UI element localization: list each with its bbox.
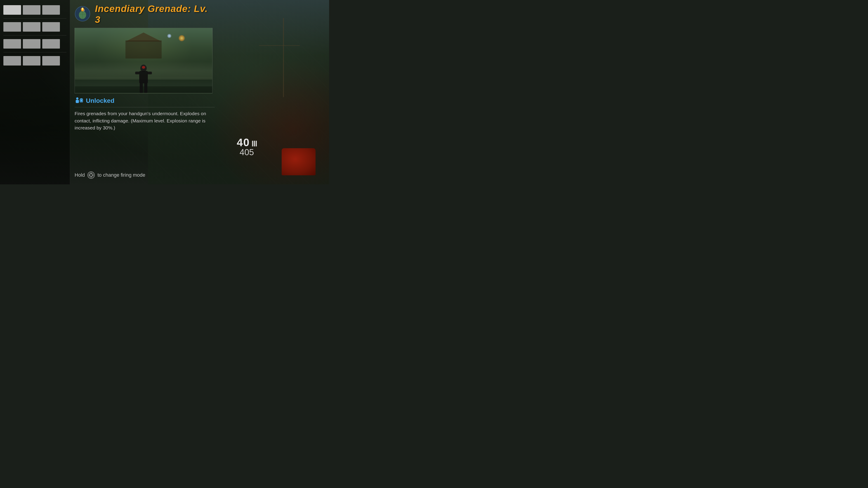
weapon-slot-4-1[interactable] — [3, 56, 21, 66]
structural-pillar — [283, 18, 284, 97]
hint-suffix: to change firing mode — [97, 172, 145, 178]
svg-rect-21 — [81, 99, 82, 102]
unlocked-icon — [74, 97, 84, 105]
svg-rect-12 — [135, 72, 140, 74]
explosion-effect — [178, 35, 185, 41]
weapon-slot-4-2[interactable] — [23, 56, 40, 66]
status-label: Unlocked — [86, 97, 114, 104]
person-unlock-svg — [74, 97, 84, 105]
weapon-slot-2-3[interactable] — [42, 22, 60, 32]
divider-1 — [3, 18, 66, 19]
weapon-object — [282, 148, 315, 175]
item-description: Fires grenades from your handgun's under… — [74, 110, 215, 131]
svg-rect-13 — [147, 72, 152, 74]
ammo-bar-1 — [252, 141, 253, 147]
ammo-display: 40 405 — [237, 136, 257, 157]
temple-roof — [121, 33, 166, 41]
preview-image — [74, 28, 213, 93]
divider-3 — [3, 52, 66, 53]
structural-beam — [259, 45, 300, 46]
ammo-main-count: 40 — [237, 136, 250, 149]
svg-rect-14 — [140, 83, 143, 93]
item-icon-container — [74, 6, 92, 23]
svg-point-17 — [142, 66, 145, 69]
weapon-row-4 — [3, 54, 66, 67]
main-panel: Incendiary Grenade: Lv. 3 — [74, 3, 215, 131]
status-section: Unlocked — [74, 97, 215, 107]
svg-rect-19 — [76, 100, 79, 103]
temple-structure — [121, 33, 166, 60]
weapon-slot-3-2[interactable] — [23, 39, 40, 48]
player-silhouette — [133, 64, 154, 93]
dpad-icon — [89, 173, 94, 177]
weapon-slot-3-1[interactable] — [3, 39, 21, 48]
grenade-icon — [74, 6, 90, 22]
temple-body — [125, 40, 162, 59]
player-svg — [133, 64, 154, 93]
weapon-row-2 — [3, 20, 66, 33]
weapon-row-1 — [3, 3, 66, 17]
ammo-reserve-count: 405 — [237, 148, 257, 157]
weapon-slot-2-2[interactable] — [23, 22, 40, 32]
sky-orb — [167, 34, 172, 38]
svg-rect-11 — [139, 71, 148, 84]
ps-button-icon — [88, 171, 95, 179]
svg-point-26 — [92, 175, 93, 176]
svg-point-23 — [91, 173, 92, 174]
item-header: Incendiary Grenade: Lv. 3 — [74, 3, 215, 25]
weapon-row-3 — [3, 37, 66, 51]
svg-point-7 — [82, 8, 83, 9]
svg-point-24 — [91, 176, 92, 177]
weapon-sidebar — [0, 0, 70, 184]
hint-prefix: Hold — [74, 172, 85, 178]
weapon-slot-1-3[interactable] — [42, 5, 60, 15]
svg-point-25 — [89, 175, 90, 176]
weapon-slot-2-1[interactable] — [3, 22, 21, 32]
weapon-slot-1-2[interactable] — [23, 5, 40, 15]
svg-point-18 — [76, 97, 79, 100]
svg-rect-15 — [144, 83, 147, 93]
bottom-hint: Hold to change firing mode — [74, 171, 145, 179]
item-title: Incendiary Grenade: Lv. 3 — [95, 3, 215, 25]
weapon-slot-1-1[interactable] — [3, 5, 21, 15]
ammo-bar-2 — [254, 141, 255, 147]
ammo-bar-3 — [256, 141, 257, 147]
weapon-slot-4-3[interactable] — [42, 56, 60, 66]
ammo-bars — [252, 138, 257, 147]
weapon-slot-3-3[interactable] — [42, 39, 60, 48]
